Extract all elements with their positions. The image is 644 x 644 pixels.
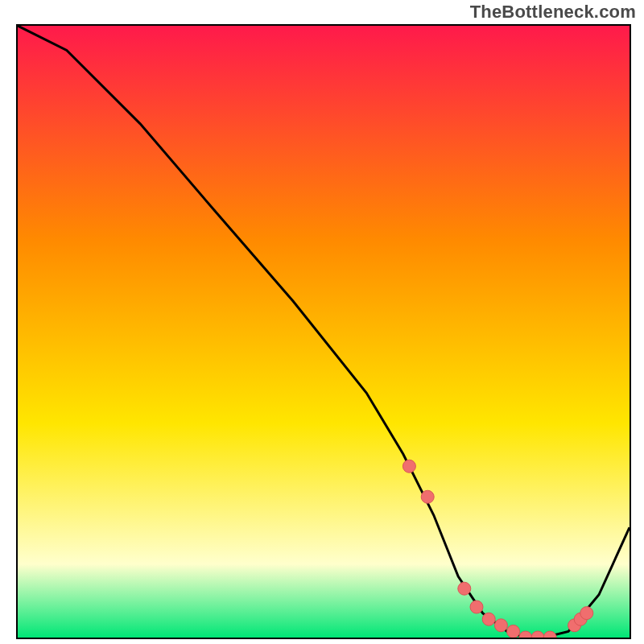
trough-marker <box>482 613 495 625</box>
chart-svg <box>18 26 630 638</box>
trough-marker <box>458 582 471 595</box>
trough-marker <box>421 490 434 503</box>
trough-marker <box>402 460 415 473</box>
gradient-background <box>18 26 630 638</box>
trough-marker <box>580 607 593 620</box>
chart-stage: TheBottleneck.com <box>0 0 644 644</box>
trough-marker <box>507 625 520 638</box>
trough-marker <box>494 619 507 632</box>
trough-marker <box>470 601 483 613</box>
attribution-label: TheBottleneck.com <box>470 2 636 23</box>
plot-area <box>16 24 631 639</box>
